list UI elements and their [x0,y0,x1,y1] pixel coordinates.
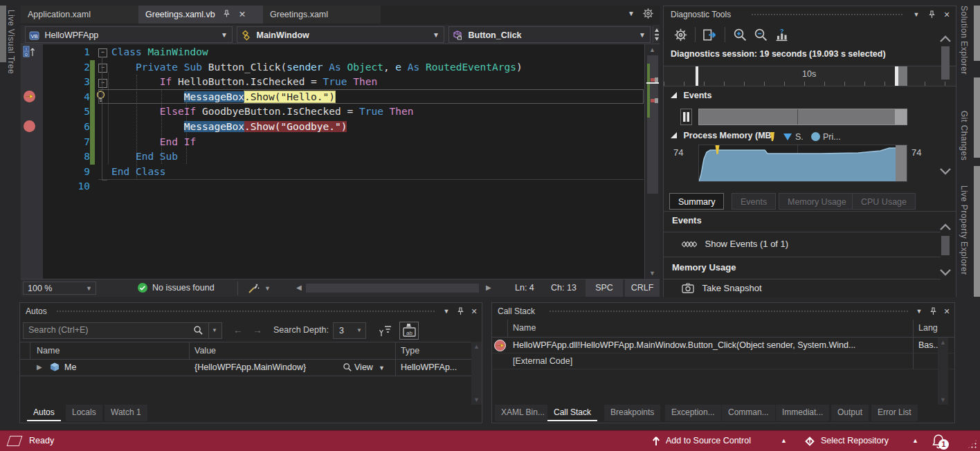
row-expander-icon[interactable]: ▶ [37,363,42,371]
summary-scroll-up-icon[interactable] [939,222,952,232]
issues-status[interactable]: No issues found [152,283,215,293]
selection-start-marker[interactable] [696,66,698,86]
notification-badge[interactable]: 1 [938,439,949,450]
chart-position-bar[interactable] [896,145,907,181]
pin-icon[interactable] [927,305,939,317]
class-dropdown[interactable]: MainWindow ▼ [237,26,444,43]
editor-vertical-scrollbar[interactable]: ▲ ▼ [644,44,660,279]
autos-scrollbar[interactable]: ▲ ▼ [471,342,482,405]
column-header-name[interactable]: Name [513,323,536,333]
chevron-up-icon[interactable]: ▲ [781,437,787,444]
select-repository-button[interactable]: Select Repository [821,436,889,445]
breakpoint-icon[interactable] [24,120,35,132]
view-magnifier-icon[interactable] [343,362,352,372]
stack-frame-row[interactable]: [External Code] [492,353,954,369]
chevron-down-icon[interactable]: ▼ [264,285,271,292]
line-indicator[interactable]: Ln: 4 [515,283,534,293]
breakpoint-gutter[interactable] [21,44,43,279]
chevron-down-icon[interactable]: ▼ [910,8,923,21]
tab-greetings-xaml[interactable]: Greetings.xaml [263,6,381,24]
take-snapshot-row[interactable]: Take Snapshot [682,283,762,293]
reset-view-chart-icon[interactable]: ? [774,28,789,42]
panel-scroll-up-icon[interactable] [939,34,952,44]
column-divider[interactable] [913,320,914,337]
view-link[interactable]: View [354,362,373,372]
hscroll-right-arrow[interactable]: ▶ [486,284,491,291]
panel-scroll-down-icon[interactable] [939,167,952,176]
search-input[interactable]: Search (Ctrl+E) ▼ [23,322,222,339]
tab-application-xaml[interactable]: Application.xaml [21,6,151,24]
format-specifier-toggle[interactable]: ab [399,322,419,340]
tab-autos[interactable]: Autos [27,405,61,421]
scroll-down-arrow-icon[interactable]: ▼ [649,270,655,277]
line-ending-indicator[interactable]: CRLF [625,279,660,297]
column-header-value[interactable]: Value [194,346,216,356]
memory-chart[interactable] [698,145,907,182]
project-dropdown[interactable]: VB HelloWPFApp ▼ [25,26,233,43]
events-section-header[interactable]: Events [671,91,711,100]
background-tasks-icon[interactable] [7,436,23,446]
search-back-arrow-icon[interactable]: ← [233,324,243,335]
stack-frame-row[interactable]: HelloWPFApp.dll!HelloWPFApp.MainWindow.B… [492,338,954,353]
code-cleanup-icon[interactable] [246,282,260,295]
pin-icon[interactable] [454,305,466,317]
column-header-lang[interactable]: Lang [918,323,938,333]
tab-xaml-binding-failures[interactable]: XAML Bin... [495,405,551,421]
column-indicator[interactable]: Ch: 13 [551,283,577,293]
export-icon[interactable] [702,28,717,42]
chevron-down-icon[interactable]: ▼ [913,305,925,317]
events-track[interactable] [698,109,907,125]
breakpoint-current-icon[interactable] [24,91,35,102]
member-dropdown[interactable]: Button_Click ▼ [448,26,651,43]
pin-icon[interactable] [223,10,230,17]
hscroll-thumb[interactable] [306,284,479,293]
pin-icon[interactable] [925,8,938,21]
search-icon[interactable] [193,325,203,335]
tab-summary[interactable]: Summary [669,193,724,210]
diagnostic-tools-titlebar[interactable]: Diagnostic Tools ▼ ✕ [664,6,956,23]
show-events-row[interactable]: Show Events (1 of 1) [682,239,788,249]
panel-scrollbar-thumb[interactable] [941,46,950,80]
tab-immediate-window[interactable]: Immediat... [776,405,829,421]
summary-scroll-down-icon[interactable] [939,268,952,277]
callstack-scrollbar[interactable]: ▲ ▼ [938,338,948,405]
search-depth-dropdown[interactable]: 3 ▼ [333,322,366,339]
tab-events[interactable]: Events [732,193,776,210]
close-icon[interactable]: ✕ [941,305,953,317]
chevron-down-icon[interactable]: ▼ [440,305,453,317]
editor-options-gear-icon[interactable] [642,8,654,19]
search-dropdown-chevron[interactable]: ▼ [208,323,220,338]
column-header-name[interactable]: Name [37,346,60,356]
search-forward-arrow-icon[interactable]: → [253,324,262,335]
tab-list-chevron-icon[interactable]: ▼ [628,10,635,17]
column-divider[interactable] [189,342,190,359]
tab-command-window[interactable]: Comman... [722,405,775,421]
scroll-up-arrow-icon[interactable]: ▲ [473,343,480,350]
tab-locals[interactable]: Locals [66,405,102,421]
close-icon[interactable]: ✕ [468,305,480,317]
filter-columns-icon[interactable] [379,324,392,338]
close-icon[interactable]: ✕ [941,8,953,21]
tab-greetings-xaml-vb[interactable]: Greetings.xaml.vb ✕ [138,6,275,24]
tab-call-stack[interactable]: Call Stack [547,405,597,421]
column-header-type[interactable]: Type [401,346,419,356]
spaces-indicator[interactable]: SPC [586,279,623,297]
scroll-down-arrow-icon[interactable]: ▼ [940,396,946,403]
zoom-in-icon[interactable] [733,28,747,42]
resize-grip[interactable] [968,439,977,449]
fold-collapse-box[interactable]: − [98,64,107,73]
hscroll-left-arrow[interactable]: ◀ [296,284,302,291]
tab-breakpoints[interactable]: Breakpoints [604,405,660,421]
scroll-down-arrow-icon[interactable]: ▼ [473,396,480,403]
tab-git-changes[interactable]: Git Changes [959,111,969,160]
table-row[interactable]: ▶ Me {HelloWPFApp.MainWindow} View ▼ Hel… [20,360,482,376]
chevron-down-icon[interactable]: ▼ [379,365,385,371]
tab-live-property-explorer[interactable]: Live Property Explorer [959,185,969,275]
tab-watch-1[interactable]: Watch 1 [105,405,147,421]
fold-collapse-box[interactable]: − [98,79,107,88]
health-check-icon[interactable] [137,282,148,293]
tab-solution-explorer[interactable]: Solution Explorer [959,6,969,75]
tab-memory-usage[interactable]: Memory Usage [779,193,855,210]
call-stack-titlebar[interactable]: Call Stack ▼ ✕ [492,303,954,320]
column-divider[interactable] [30,342,30,359]
